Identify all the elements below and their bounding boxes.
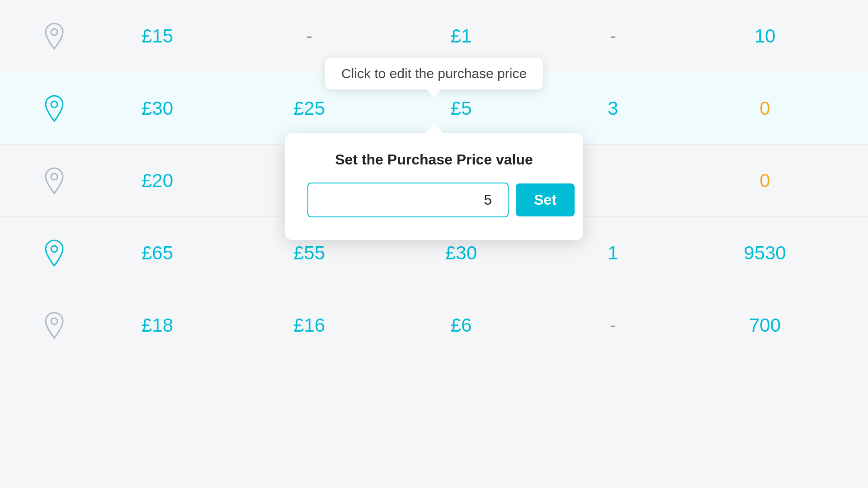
cell-col2: £16 (233, 314, 385, 336)
svg-point-1 (51, 101, 57, 108)
pin-icon-cell (27, 167, 81, 194)
cell-col2: £25 (233, 98, 385, 119)
cell-col2: - (233, 25, 385, 47)
tooltip-text: Click to edit the purchase price (341, 66, 527, 81)
cell-col5: 700 (689, 314, 841, 336)
cell-col1: £20 (81, 170, 233, 192)
popup-input-row: Set (307, 183, 561, 217)
pin-icon-cell (27, 312, 81, 339)
location-pin-icon (43, 312, 66, 339)
location-pin-icon-active (43, 239, 66, 267)
table-container: £15 - £1 - 10 Click to edit the purchase… (0, 0, 868, 488)
location-pin-icon-active (43, 95, 66, 122)
cell-col4: - (537, 314, 689, 336)
cell-col1: £30 (81, 98, 233, 119)
cell-col5: 9530 (689, 242, 841, 264)
popup-arrow (424, 123, 444, 134)
cell-col5: 0 (689, 170, 841, 192)
popup-overlay: Set the Purchase Price value Set (285, 133, 583, 240)
svg-point-0 (51, 29, 57, 35)
cell-col5: 10 (689, 25, 841, 47)
cell-col1: £18 (81, 314, 233, 336)
tooltip-bubble: Click to edit the purchase price (325, 58, 543, 89)
location-pin-icon (43, 167, 66, 194)
pin-icon-cell (27, 95, 81, 122)
popup-title: Set the Purchase Price value (307, 151, 561, 168)
location-pin-icon (43, 23, 66, 50)
cell-col1: £65 (81, 242, 233, 264)
tooltip-wrapper: Click to edit the purchase price (325, 58, 543, 89)
svg-point-4 (51, 318, 57, 324)
pin-icon-cell (27, 239, 81, 267)
set-button[interactable]: Set (516, 183, 575, 216)
table-row: £18 £16 £6 - 700 (0, 289, 868, 361)
purchase-price-input[interactable] (307, 183, 509, 217)
popup-box: Set the Purchase Price value Set (285, 133, 583, 240)
cell-col5: 0 (689, 98, 841, 119)
cell-col2: £55 (233, 242, 385, 264)
svg-point-2 (51, 174, 57, 180)
cell-col3: £5 (385, 98, 537, 119)
pin-icon-cell (27, 23, 81, 50)
cell-col3: £6 (385, 314, 537, 336)
cell-col3: £30 (385, 242, 537, 264)
svg-point-3 (51, 246, 57, 252)
cell-col4: 1 (537, 242, 689, 264)
cell-col4: - (537, 25, 689, 47)
cell-col1: £15 (81, 25, 233, 47)
cell-col4: 3 (537, 98, 689, 119)
cell-col3: £1 (385, 25, 537, 47)
